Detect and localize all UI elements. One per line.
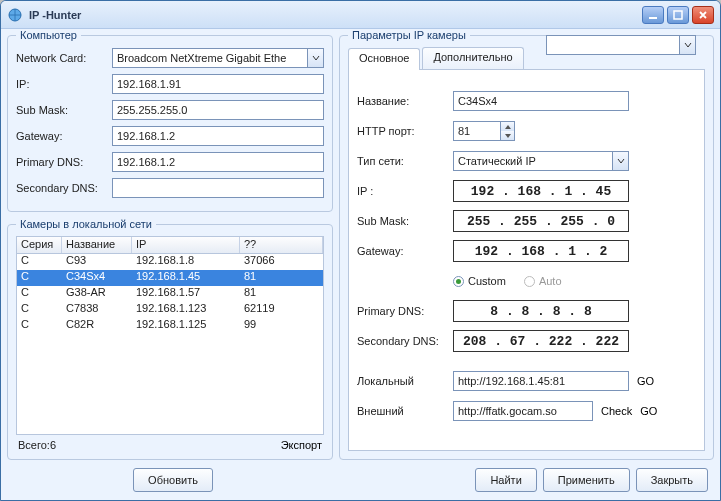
label-http-port: HTTP порт: [357, 125, 453, 137]
label-cam-ip: IP : [357, 185, 453, 197]
chevron-down-icon[interactable] [307, 49, 323, 67]
chevron-down-icon [501, 131, 514, 140]
label-net-type: Тип сети: [357, 155, 453, 167]
label-ip: IP: [16, 78, 112, 90]
label-pdns: Primary DNS: [16, 156, 112, 168]
chevron-down-icon[interactable] [612, 152, 628, 170]
table-row[interactable]: CC93192.168.1.837066 [17, 254, 323, 270]
table-row[interactable]: CC82R192.168.1.12599 [17, 318, 323, 334]
col-name[interactable]: Название [62, 237, 132, 253]
computer-sdns-field [112, 178, 324, 198]
col-series[interactable]: Серия [17, 237, 62, 253]
svg-rect-1 [649, 17, 657, 19]
local-url-input[interactable]: http://192.168.1.45:81 [453, 371, 629, 391]
chevron-up-icon [501, 122, 514, 131]
label-cam-name: Название: [357, 95, 453, 107]
label-submask: Sub Mask: [16, 104, 112, 116]
label-gateway: Gateway: [16, 130, 112, 142]
col-ip[interactable]: IP [132, 237, 240, 253]
camera-select[interactable] [546, 35, 696, 55]
http-port-input[interactable]: 81 [453, 121, 501, 141]
label-cam-submask: Sub Mask: [357, 215, 453, 227]
label-cam-pdns: Primary DNS: [357, 305, 453, 317]
camera-ip-input[interactable]: 192 . 168 . 1 . 45 [453, 180, 629, 202]
camera-submask-input[interactable]: 255 . 255 . 255 . 0 [453, 210, 629, 232]
camera-sdns-input[interactable]: 208 . 67 . 222 . 222 [453, 330, 629, 352]
label-cam-sdns: Secondary DNS: [357, 335, 453, 347]
label-sdns: Secondary DNS: [16, 182, 112, 194]
camera-name-input[interactable]: C34Sx4 [453, 91, 629, 111]
close-window-button[interactable]: Закрыть [636, 468, 708, 492]
find-button[interactable]: Найти [475, 468, 536, 492]
label-local: Локальный [357, 375, 453, 387]
app-icon [7, 7, 23, 23]
refresh-button[interactable]: Обновить [133, 468, 213, 492]
table-row[interactable]: CC7838192.168.1.12362119 [17, 302, 323, 318]
group-computer-legend: Компьютер [16, 29, 81, 41]
camera-list-header[interactable]: Серия Название IP ?? [16, 236, 324, 254]
camera-pdns-input[interactable]: 8 . 8 . 8 . 8 [453, 300, 629, 322]
group-camera-params-legend: Параметры IP камеры [348, 29, 470, 41]
camera-gateway-input[interactable]: 192 . 168 . 1 . 2 [453, 240, 629, 262]
camera-list[interactable]: CC93192.168.1.837066CC34Sx4192.168.1.458… [16, 254, 324, 435]
label-cam-gateway: Gateway: [357, 245, 453, 257]
chevron-down-icon[interactable] [679, 36, 695, 54]
close-button[interactable] [692, 6, 714, 24]
computer-pdns-field: 192.168.1.2 [112, 152, 324, 172]
window-title: IP -Hunter [29, 9, 642, 21]
camera-total-label: Всего:6 [18, 439, 56, 451]
group-computer: Компьютер Network Card: Broadcom NetXtre… [7, 29, 333, 212]
maximize-button[interactable] [667, 6, 689, 24]
radio-auto: Auto [524, 275, 562, 287]
computer-ip-field: 192.168.1.91 [112, 74, 324, 94]
external-url-input[interactable]: http://ffatk.gocam.so [453, 401, 593, 421]
group-camera-params: Параметры IP камеры Основное Дополнитель… [339, 29, 714, 460]
minimize-button[interactable] [642, 6, 664, 24]
http-port-spinner[interactable] [501, 121, 515, 141]
external-go-link[interactable]: GO [640, 405, 657, 417]
local-go-link[interactable]: GO [637, 375, 654, 387]
export-link[interactable]: Экспорт [281, 439, 322, 451]
label-external: Внешний [357, 405, 453, 417]
radio-custom[interactable]: Custom [453, 275, 506, 287]
svg-rect-2 [674, 11, 682, 19]
computer-gateway-field: 192.168.1.2 [112, 126, 324, 146]
tab-main[interactable]: Основное [348, 48, 420, 70]
titlebar[interactable]: IP -Hunter [1, 1, 720, 29]
table-row[interactable]: CC34Sx4192.168.1.4581 [17, 270, 323, 286]
computer-submask-field: 255.255.255.0 [112, 100, 324, 120]
network-card-select[interactable]: Broadcom NetXtreme Gigabit Ethe [112, 48, 324, 68]
apply-button[interactable]: Применить [543, 468, 630, 492]
net-type-select[interactable]: Статический IP [453, 151, 629, 171]
tab-main-body: Название: C34Sx4 HTTP порт: 81 [348, 69, 705, 451]
check-link[interactable]: Check [601, 405, 632, 417]
group-cameras-lan-legend: Камеры в локальной сети [16, 218, 156, 230]
tab-extra[interactable]: Дополнительно [422, 47, 523, 69]
label-network-card: Network Card: [16, 52, 112, 64]
group-cameras-lan: Камеры в локальной сети Серия Название I… [7, 218, 333, 460]
table-row[interactable]: CG38-AR192.168.1.5781 [17, 286, 323, 302]
col-port[interactable]: ?? [240, 237, 323, 253]
